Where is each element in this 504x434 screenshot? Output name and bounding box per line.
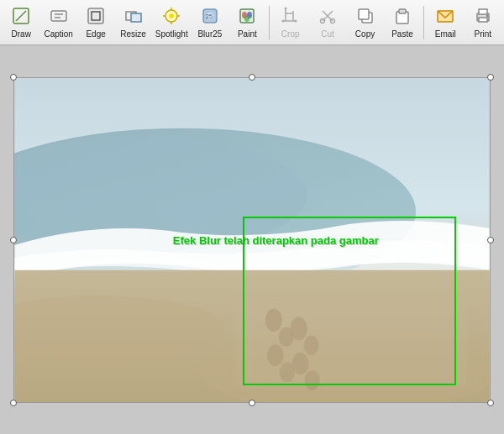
image-frame: Efek Blur telah diterapkan pada gambar [13,77,491,403]
resize-button[interactable]: Resize [115,3,150,43]
draw-button[interactable]: Draw [3,3,39,43]
spotlight-label: Spotlight [155,29,188,39]
caption-icon [50,7,68,28]
svg-point-27 [281,19,284,22]
crop-icon [281,7,300,28]
canvas-area: Efek Blur telah diterapkan pada gambar [0,45,504,434]
email-button[interactable]: Email [428,3,463,43]
cut-icon [318,7,337,28]
crop-label: Crop [281,29,300,39]
paint-label: Paint [238,29,257,39]
handle-top-left[interactable] [10,74,17,81]
paste-label: Paste [391,29,413,39]
svg-point-41 [486,15,488,17]
spotlight-button[interactable]: Spotlight [153,3,191,43]
separator-2 [423,6,424,39]
edge-icon [87,7,105,28]
copy-button[interactable]: Copy [347,3,382,43]
blur25-label: Blur25 [197,29,222,39]
crop-button[interactable]: Crop [272,3,307,43]
caption-button[interactable]: Caption [40,3,76,43]
handle-top-center[interactable] [249,74,255,81]
svg-line-1 [16,11,26,21]
toolbar: Draw Caption Edge Resize [0,0,504,45]
caption-label: Caption [44,29,72,39]
svg-point-10 [169,13,174,18]
svg-rect-8 [131,13,141,22]
blur25-button[interactable]: 25 Blur25 [192,3,228,43]
handle-middle-left[interactable] [10,237,17,243]
copy-label: Copy [355,29,375,39]
svg-rect-39 [479,9,487,14]
svg-text:25: 25 [206,13,213,19]
paste-icon [393,7,412,28]
email-icon [436,7,454,28]
email-label: Email [435,29,456,39]
edge-button[interactable]: Edge [78,3,113,43]
svg-rect-36 [399,9,406,13]
blur-message: Efek Blur telah diterapkan pada gambar [173,233,379,246]
handle-bottom-center[interactable] [249,400,255,406]
svg-rect-34 [359,9,369,19]
copy-icon [356,7,375,28]
resize-label: Resize [120,29,146,39]
paint-button[interactable]: Paint [229,3,265,43]
handle-bottom-right[interactable] [487,400,494,406]
svg-rect-2 [51,11,66,21]
draw-label: Draw [12,29,31,39]
resize-icon [124,7,143,28]
separator-1 [269,6,270,39]
handle-bottom-left[interactable] [10,400,17,406]
svg-rect-40 [479,18,487,22]
paint-icon [238,7,256,28]
beach-image: Efek Blur telah diterapkan pada gambar [13,77,491,403]
edge-label: Edge [86,29,105,39]
draw-icon [12,7,30,28]
cut-button[interactable]: Cut [310,3,345,43]
svg-point-21 [244,15,249,22]
svg-rect-5 [88,8,103,24]
print-icon [474,7,492,28]
handle-top-right[interactable] [487,74,494,81]
blur25-icon: 25 [201,7,219,28]
print-button[interactable]: Print [465,3,501,43]
cut-label: Cut [321,29,334,39]
paste-button[interactable]: Paste [385,3,420,43]
print-label: Print [474,29,491,39]
handle-middle-right[interactable] [487,237,494,243]
svg-rect-56 [236,299,466,386]
spotlight-icon [162,7,181,28]
svg-point-28 [294,19,297,22]
svg-point-26 [284,7,286,9]
